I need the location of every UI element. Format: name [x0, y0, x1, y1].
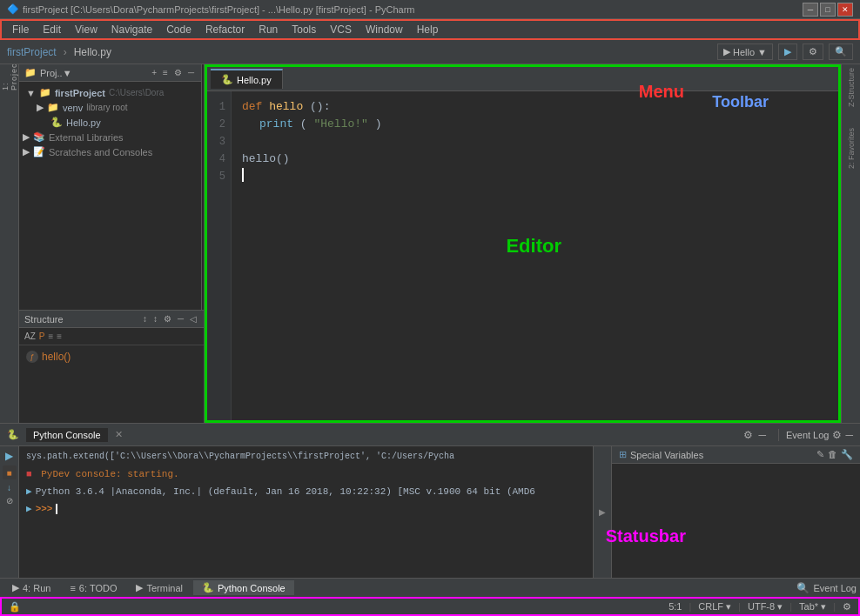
- cursor-input[interactable]: [56, 504, 64, 514]
- structure-filter-bar: AZ P ≡ ≡: [19, 328, 204, 345]
- tree-item-project[interactable]: ▼ 📁 firstProject C:\Users\Dora: [19, 85, 201, 100]
- structure-icons: ↕ ↕ ⚙ ─ ◁: [141, 313, 198, 325]
- run-console-icon[interactable]: ▶: [5, 450, 13, 462]
- struct-settings-icon[interactable]: ⚙: [162, 313, 173, 325]
- menu-file[interactable]: File: [5, 22, 36, 37]
- search-button[interactable]: 🔍: [829, 44, 853, 60]
- minimize-button[interactable]: ─: [803, 3, 818, 17]
- terminal-tab-icon: ▶: [136, 582, 143, 593]
- struct-minimize-icon[interactable]: ─: [176, 313, 185, 325]
- sort-icon[interactable]: ↕: [141, 313, 149, 325]
- tab-python-console[interactable]: 🐍 Python Console: [193, 580, 294, 595]
- minimize-panel-icon[interactable]: ─: [186, 67, 196, 78]
- console-header: 🐍 Python Console ✕ ⚙ ─ Event Log ⚙ ─: [0, 424, 860, 446]
- console-settings-icon[interactable]: ⚙: [743, 429, 753, 441]
- sort-alpha-icon[interactable]: AZ: [24, 331, 36, 341]
- run-button[interactable]: ▶: [778, 44, 797, 60]
- tab-terminal[interactable]: ▶ Terminal: [127, 580, 191, 595]
- console-prompt-line[interactable]: ▶ >>>: [26, 502, 586, 516]
- menu-bar: File Edit View Navigate Code Refactor Ru…: [0, 19, 860, 40]
- file-tab-label: Hello.py: [237, 75, 272, 85]
- status-line-sep[interactable]: CRLF ▾: [698, 601, 731, 613]
- console-tab-python[interactable]: Python Console: [26, 428, 108, 442]
- function-name: hello: [269, 100, 303, 113]
- filter-expand-icon[interactable]: ≡: [48, 331, 53, 341]
- tab-run[interactable]: ▶ 4: Run: [3, 580, 59, 595]
- tree-item-scratches[interactable]: ▶ 📝 Scratches and Consoles: [19, 144, 201, 159]
- z-structure-tab[interactable]: Z-Structure: [847, 68, 856, 107]
- builtin-print: print: [259, 117, 293, 131]
- menu-window[interactable]: Window: [359, 22, 410, 37]
- menu-code[interactable]: Code: [159, 22, 198, 37]
- tree-item-label: firstProject: [55, 88, 105, 98]
- right-event-log: 🔍 Event Log: [796, 582, 857, 594]
- run-arrow-icon2: ▶: [26, 502, 32, 516]
- favorites-tab[interactable]: 2: Favorites: [847, 128, 856, 169]
- console-line-python-version: ▶ Python 3.6.4 |Anaconda, Inc.| (default…: [26, 485, 586, 499]
- event-log-search-icon[interactable]: 🔍: [796, 582, 810, 594]
- menu-view[interactable]: View: [68, 22, 104, 37]
- terminal-tab-label: Terminal: [146, 583, 183, 593]
- project-tree: ▼ 📁 firstProject C:\Users\Dora ▶ 📁 venv …: [19, 82, 201, 310]
- tree-item-hello[interactable]: 🐍 Hello.py: [19, 115, 201, 130]
- venv-label: venv: [63, 103, 83, 113]
- code-editor[interactable]: 1 2 3 4 5 def hello (): print (: [207, 91, 838, 420]
- struct-collapse-icon[interactable]: ◁: [188, 313, 198, 325]
- status-lock-icon[interactable]: 🔒: [9, 601, 21, 613]
- edit-variable-icon[interactable]: ✎: [816, 449, 824, 460]
- settings-variable-icon[interactable]: 🔧: [841, 449, 853, 460]
- tree-item-path: C:\Users\Dora: [109, 88, 164, 97]
- event-log-settings-icon[interactable]: ⚙: [832, 429, 842, 441]
- project-folder-icon: 📁: [24, 67, 37, 78]
- activity-bar: 1: Project: [0, 64, 19, 423]
- scratches-label: Scratches and Consoles: [49, 147, 152, 157]
- list-icon[interactable]: ≡: [161, 67, 170, 78]
- close-paren: ): [375, 117, 382, 131]
- close-button[interactable]: ✕: [837, 3, 853, 17]
- editor-tab-hello[interactable]: 🐍 Hello.py: [211, 69, 283, 89]
- run-config-selector[interactable]: ▶ Hello ▼: [717, 44, 773, 60]
- code-line-3: [242, 133, 828, 151]
- menu-help[interactable]: Help: [410, 22, 446, 37]
- console-variables-split: ▶ ■ ↓ ⊘ sys.path.extend(['C:\\Users\\Dor…: [0, 446, 860, 578]
- menu-refactor[interactable]: Refactor: [198, 22, 252, 37]
- step-icon[interactable]: ↓: [7, 483, 11, 492]
- clear-icon[interactable]: ⊘: [6, 496, 13, 506]
- breadcrumb-file[interactable]: Hello.py: [74, 46, 111, 58]
- console-minimize-icon[interactable]: ─: [758, 429, 766, 441]
- tree-item-extlibs[interactable]: ▶ 📚 External Libraries: [19, 130, 201, 144]
- variables-icons: ✎ 🗑 🔧: [816, 449, 853, 460]
- event-log-minimize-icon[interactable]: ─: [845, 429, 853, 441]
- project-panel-icons: + ≡ ⚙ ─: [150, 67, 196, 78]
- pydev-text: PyDev console: starting.: [41, 469, 178, 479]
- tree-item-venv[interactable]: ▶ 📁 venv library root: [19, 100, 201, 115]
- variables-header: ⊞ Special Variables ✎ 🗑 🔧: [612, 446, 860, 464]
- structure-item-hello[interactable]: ƒ hello(): [26, 351, 197, 363]
- status-encoding[interactable]: UTF-8 ▾: [748, 601, 783, 613]
- menu-navigate[interactable]: Navigate: [104, 22, 159, 37]
- breadcrumb-project[interactable]: firstProject: [7, 46, 57, 58]
- status-settings-icon[interactable]: ⚙: [843, 601, 851, 613]
- menu-edit[interactable]: Edit: [36, 22, 68, 37]
- code-line-2: print ( "Hello!" ): [242, 116, 828, 133]
- menu-vcs[interactable]: VCS: [323, 22, 359, 37]
- activity-project-icon[interactable]: 1: Project: [2, 68, 17, 84]
- tab-todo[interactable]: ≡ 6: TODO: [61, 581, 125, 595]
- event-log-section: Event Log ⚙ ─: [778, 429, 853, 441]
- menu-run[interactable]: Run: [252, 22, 285, 37]
- filter-public-icon[interactable]: P: [39, 331, 45, 341]
- console-tab-close[interactable]: ✕: [115, 429, 123, 440]
- add-icon[interactable]: +: [150, 67, 158, 78]
- status-indent[interactable]: Tab* ▾: [799, 601, 826, 613]
- maximize-button[interactable]: □: [820, 3, 836, 17]
- settings-icon[interactable]: ⚙: [172, 67, 184, 78]
- menu-tools[interactable]: Tools: [285, 22, 323, 37]
- content-area: 1: Project 📁 Proj..▼ + ≡ ⚙ ─: [0, 64, 860, 423]
- filter-collapse-icon[interactable]: ≡: [57, 331, 62, 341]
- debug-button[interactable]: ⚙: [803, 44, 823, 60]
- filter-icon[interactable]: ↕: [151, 313, 159, 325]
- stop-icon[interactable]: ■: [3, 465, 17, 479]
- delete-variable-icon[interactable]: 🗑: [828, 449, 837, 460]
- expand-separator-icon[interactable]: ▶: [599, 507, 606, 517]
- code-content[interactable]: def hello (): print ( "Hello!" ) hello(): [232, 91, 838, 420]
